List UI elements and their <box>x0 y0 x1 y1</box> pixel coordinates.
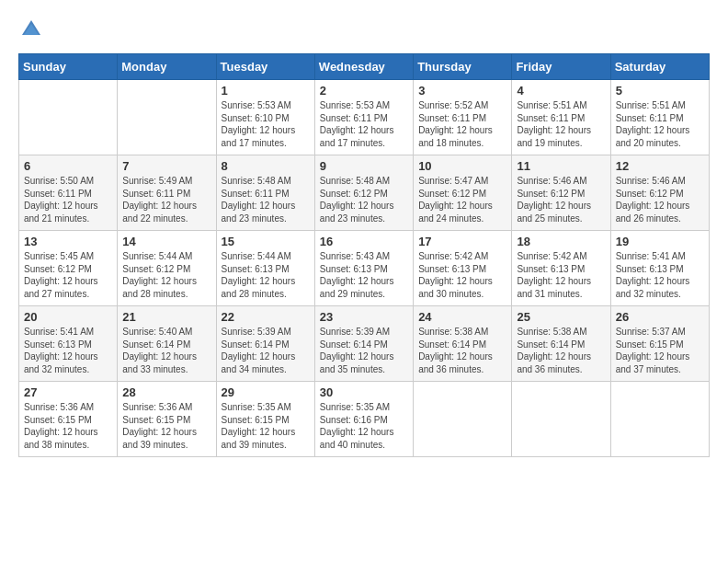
day-info: Sunrise: 5:53 AM Sunset: 6:11 PM Dayligh… <box>320 99 408 149</box>
calendar-cell: 23Sunrise: 5:39 AM Sunset: 6:14 PM Dayli… <box>314 306 413 382</box>
calendar-cell: 3Sunrise: 5:52 AM Sunset: 6:11 PM Daylig… <box>414 80 512 155</box>
calendar-cell <box>610 382 709 457</box>
calendar-cell: 18Sunrise: 5:42 AM Sunset: 6:13 PM Dayli… <box>512 231 610 306</box>
day-number: 6 <box>24 159 112 173</box>
day-info: Sunrise: 5:52 AM Sunset: 6:11 PM Dayligh… <box>418 99 506 149</box>
day-info: Sunrise: 5:46 AM Sunset: 6:12 PM Dayligh… <box>517 175 605 224</box>
day-info: Sunrise: 5:39 AM Sunset: 6:14 PM Dayligh… <box>222 326 310 375</box>
calendar-cell: 8Sunrise: 5:48 AM Sunset: 6:11 PM Daylig… <box>216 155 314 231</box>
day-number: 11 <box>517 159 605 173</box>
day-number: 9 <box>320 159 408 173</box>
weekday-header-sunday: Sunday <box>19 54 118 80</box>
calendar-row-4: 27Sunrise: 5:36 AM Sunset: 6:15 PM Dayli… <box>19 382 710 457</box>
calendar-row-1: 6Sunrise: 5:50 AM Sunset: 6:11 PM Daylig… <box>19 155 710 231</box>
logo <box>18 17 50 42</box>
calendar-cell: 1Sunrise: 5:53 AM Sunset: 6:10 PM Daylig… <box>216 80 314 155</box>
day-number: 29 <box>222 385 310 399</box>
day-number: 23 <box>320 310 408 324</box>
day-number: 15 <box>222 235 310 248</box>
calendar-cell: 26Sunrise: 5:37 AM Sunset: 6:15 PM Dayli… <box>610 306 709 382</box>
calendar-cell <box>512 382 610 457</box>
header <box>18 17 710 42</box>
day-info: Sunrise: 5:35 AM Sunset: 6:16 PM Dayligh… <box>320 401 408 451</box>
day-number: 14 <box>122 235 210 248</box>
calendar-cell: 21Sunrise: 5:40 AM Sunset: 6:14 PM Dayli… <box>118 306 216 382</box>
day-number: 2 <box>320 84 408 98</box>
day-number: 18 <box>517 235 605 248</box>
calendar-table: SundayMondayTuesdayWednesdayThursdayFrid… <box>18 53 710 457</box>
day-number: 19 <box>616 235 704 248</box>
calendar-cell: 12Sunrise: 5:46 AM Sunset: 6:12 PM Dayli… <box>610 155 709 231</box>
day-info: Sunrise: 5:53 AM Sunset: 6:10 PM Dayligh… <box>222 99 310 149</box>
day-number: 7 <box>122 159 210 173</box>
weekday-header-friday: Friday <box>512 54 610 80</box>
day-number: 12 <box>616 159 704 173</box>
day-number: 22 <box>222 310 310 324</box>
calendar-cell: 16Sunrise: 5:43 AM Sunset: 6:13 PM Dayli… <box>314 231 413 306</box>
day-number: 30 <box>320 385 408 399</box>
day-info: Sunrise: 5:41 AM Sunset: 6:13 PM Dayligh… <box>24 326 112 375</box>
calendar-cell: 17Sunrise: 5:42 AM Sunset: 6:13 PM Dayli… <box>414 231 512 306</box>
day-info: Sunrise: 5:37 AM Sunset: 6:15 PM Dayligh… <box>616 326 704 375</box>
day-info: Sunrise: 5:38 AM Sunset: 6:14 PM Dayligh… <box>418 326 506 375</box>
day-info: Sunrise: 5:39 AM Sunset: 6:14 PM Dayligh… <box>320 326 408 375</box>
calendar-cell <box>118 80 216 155</box>
calendar-cell: 2Sunrise: 5:53 AM Sunset: 6:11 PM Daylig… <box>314 80 413 155</box>
calendar-cell: 28Sunrise: 5:36 AM Sunset: 6:15 PM Dayli… <box>118 382 216 457</box>
day-info: Sunrise: 5:50 AM Sunset: 6:11 PM Dayligh… <box>24 175 112 224</box>
day-number: 20 <box>24 310 112 324</box>
calendar-row-3: 20Sunrise: 5:41 AM Sunset: 6:13 PM Dayli… <box>19 306 710 382</box>
day-number: 25 <box>517 310 605 324</box>
day-info: Sunrise: 5:35 AM Sunset: 6:15 PM Dayligh… <box>222 401 310 451</box>
day-info: Sunrise: 5:51 AM Sunset: 6:11 PM Dayligh… <box>517 99 605 149</box>
calendar-cell: 7Sunrise: 5:49 AM Sunset: 6:11 PM Daylig… <box>118 155 216 231</box>
day-number: 17 <box>418 235 506 248</box>
day-info: Sunrise: 5:48 AM Sunset: 6:12 PM Dayligh… <box>320 175 408 224</box>
calendar-cell: 11Sunrise: 5:46 AM Sunset: 6:12 PM Dayli… <box>512 155 610 231</box>
calendar-cell: 13Sunrise: 5:45 AM Sunset: 6:12 PM Dayli… <box>19 231 118 306</box>
page: SundayMondayTuesdayWednesdayThursdayFrid… <box>0 0 728 563</box>
calendar-cell: 20Sunrise: 5:41 AM Sunset: 6:13 PM Dayli… <box>19 306 118 382</box>
calendar-cell: 5Sunrise: 5:51 AM Sunset: 6:11 PM Daylig… <box>610 80 709 155</box>
day-number: 1 <box>222 84 310 98</box>
day-number: 26 <box>616 310 704 324</box>
day-info: Sunrise: 5:44 AM Sunset: 6:13 PM Dayligh… <box>222 250 310 300</box>
calendar-cell: 15Sunrise: 5:44 AM Sunset: 6:13 PM Dayli… <box>216 231 314 306</box>
weekday-header-tuesday: Tuesday <box>216 54 314 80</box>
calendar-row-2: 13Sunrise: 5:45 AM Sunset: 6:12 PM Dayli… <box>19 231 710 306</box>
weekday-header-saturday: Saturday <box>610 54 709 80</box>
day-number: 21 <box>122 310 210 324</box>
day-info: Sunrise: 5:40 AM Sunset: 6:14 PM Dayligh… <box>122 326 210 375</box>
logo-icon <box>18 17 44 42</box>
day-info: Sunrise: 5:41 AM Sunset: 6:13 PM Dayligh… <box>616 250 704 300</box>
day-number: 13 <box>24 235 112 248</box>
calendar-cell: 29Sunrise: 5:35 AM Sunset: 6:15 PM Dayli… <box>216 382 314 457</box>
day-info: Sunrise: 5:45 AM Sunset: 6:12 PM Dayligh… <box>24 250 112 300</box>
day-info: Sunrise: 5:51 AM Sunset: 6:11 PM Dayligh… <box>616 99 704 149</box>
day-info: Sunrise: 5:42 AM Sunset: 6:13 PM Dayligh… <box>418 250 506 300</box>
calendar-cell: 4Sunrise: 5:51 AM Sunset: 6:11 PM Daylig… <box>512 80 610 155</box>
day-info: Sunrise: 5:36 AM Sunset: 6:15 PM Dayligh… <box>24 401 112 451</box>
day-number: 27 <box>24 385 112 399</box>
calendar-cell: 10Sunrise: 5:47 AM Sunset: 6:12 PM Dayli… <box>414 155 512 231</box>
calendar-cell: 6Sunrise: 5:50 AM Sunset: 6:11 PM Daylig… <box>19 155 118 231</box>
day-info: Sunrise: 5:46 AM Sunset: 6:12 PM Dayligh… <box>616 175 704 224</box>
weekday-header-monday: Monday <box>118 54 216 80</box>
calendar-cell: 30Sunrise: 5:35 AM Sunset: 6:16 PM Dayli… <box>314 382 413 457</box>
calendar-cell <box>19 80 118 155</box>
calendar-cell: 27Sunrise: 5:36 AM Sunset: 6:15 PM Dayli… <box>19 382 118 457</box>
calendar-cell: 9Sunrise: 5:48 AM Sunset: 6:12 PM Daylig… <box>314 155 413 231</box>
weekday-header-thursday: Thursday <box>414 54 512 80</box>
calendar-cell: 25Sunrise: 5:38 AM Sunset: 6:14 PM Dayli… <box>512 306 610 382</box>
day-info: Sunrise: 5:49 AM Sunset: 6:11 PM Dayligh… <box>122 175 210 224</box>
day-number: 10 <box>418 159 506 173</box>
day-number: 4 <box>517 84 605 98</box>
day-info: Sunrise: 5:47 AM Sunset: 6:12 PM Dayligh… <box>418 175 506 224</box>
calendar-cell <box>414 382 512 457</box>
day-number: 28 <box>122 385 210 399</box>
day-number: 24 <box>418 310 506 324</box>
day-number: 5 <box>616 84 704 98</box>
day-info: Sunrise: 5:42 AM Sunset: 6:13 PM Dayligh… <box>517 250 605 300</box>
weekday-header-wednesday: Wednesday <box>314 54 413 80</box>
calendar-cell: 22Sunrise: 5:39 AM Sunset: 6:14 PM Dayli… <box>216 306 314 382</box>
